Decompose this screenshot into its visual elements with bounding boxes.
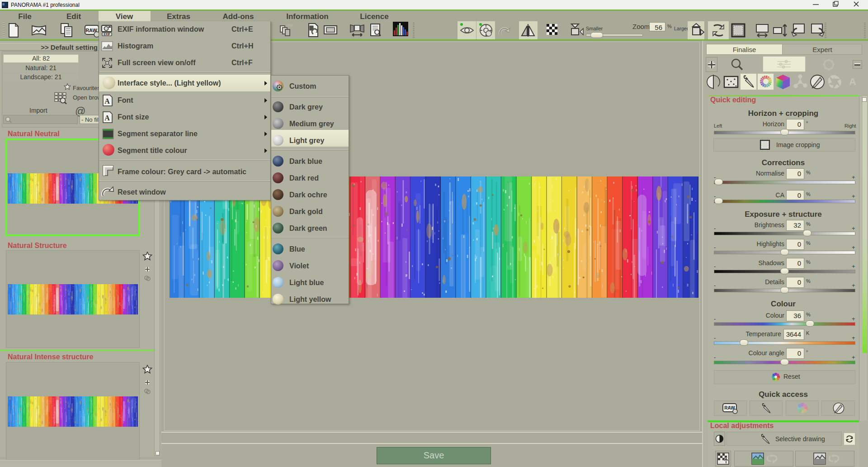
svg-text:A: A: [104, 97, 110, 105]
svg-text:EXIF: EXIF: [104, 33, 110, 36]
svg-text:A: A: [104, 114, 110, 122]
